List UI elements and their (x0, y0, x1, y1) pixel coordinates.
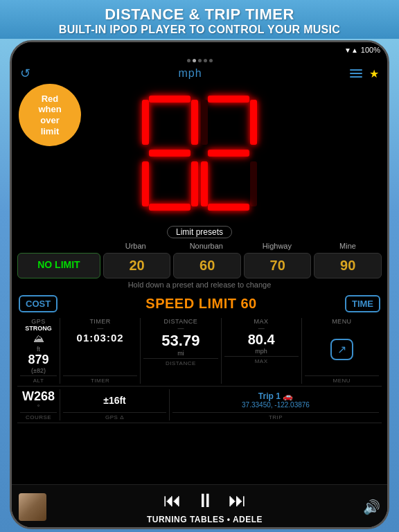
music-player: ⏮ ⏸ ⏭ TURNING TABLES • ADELE 🔊 (12, 484, 387, 527)
over-limit-badge: Redwhenoverlimit (19, 84, 81, 146)
trip-coords: 37.33450, -122.03876 (242, 401, 310, 409)
menu-column: MENU ↗ MENU (302, 318, 382, 384)
time-button[interactable]: TIME (345, 295, 380, 312)
course-label: COURSE (20, 412, 57, 420)
seg-a-1 (149, 96, 190, 103)
preset-urban[interactable]: 20 (103, 253, 171, 278)
distance-label: DISTANCE (163, 318, 197, 325)
mountain-icon: ⛰ (33, 332, 44, 345)
over-limit-text: Redwhenoverlimit (38, 94, 61, 136)
seg-c-1 (191, 161, 198, 206)
alt-margin: (±82) (31, 367, 46, 374)
gps-status: STRONG (25, 325, 52, 332)
cost-button[interactable]: COST (19, 295, 57, 312)
seg-b-2 (250, 100, 257, 145)
prev-button[interactable]: ⏮ (163, 490, 181, 511)
device-frame: ▼▲ 100% ↺ mph ★ (10, 40, 389, 529)
gps-column: GPS STRONG ⛰ ft 879 (±82) ALT (17, 318, 60, 384)
alt-label: ALT (20, 375, 57, 384)
hamburger-line-1 (350, 69, 362, 71)
trip-label: TRIP (172, 412, 379, 420)
gps-label: GPS (31, 318, 46, 325)
app-header: DISTANCE & TRIP TIMER BUILT-IN IPOD PLAY… (0, 0, 399, 39)
presets-header: Limit presets (17, 226, 382, 238)
status-bar: ▼▲ 100% (12, 42, 387, 57)
dot-3 (198, 59, 202, 62)
share-icon: ↗ (337, 343, 346, 356)
distance-column: DISTANCE — 53.79 mi DISTANCE (141, 318, 221, 384)
seg-d-2 (208, 204, 249, 211)
course-column: W268 ° COURSE (17, 389, 60, 420)
preset-header-highway: Highway (243, 242, 311, 250)
menu-label-bot: MENU (305, 375, 379, 384)
gps-delta-column: ±16ft GPS Δ (60, 389, 170, 420)
next-button[interactable]: ⏭ (229, 490, 247, 511)
distance-value: 53.79 (161, 332, 200, 350)
presets-col-headers: Urban Nonurban Highway Mine (17, 242, 382, 250)
unit-label: mph (178, 67, 202, 80)
preset-hint: Hold down a preset and release to change (17, 278, 382, 290)
course-value: W268 (22, 389, 55, 404)
seg-g-1 (149, 150, 190, 157)
refresh-button[interactable]: ↺ (20, 66, 30, 81)
battery-text: 100% (361, 46, 380, 54)
top-controls: ↺ mph ★ (12, 63, 387, 84)
gps-delta-label: GPS Δ (63, 412, 166, 420)
preset-header-urban: Urban (102, 242, 170, 250)
menu-button[interactable] (350, 69, 362, 78)
distance-unit: mi (177, 350, 184, 357)
dot-2 (193, 59, 196, 62)
menu-label: MENU (332, 318, 352, 325)
timer-dash: — (97, 325, 103, 332)
course-unit: ° (37, 404, 40, 411)
stats-row-1: GPS STRONG ⛰ ft 879 (±82) ALT TIMER — 01… (12, 315, 387, 386)
header-title1: DISTANCE & TRIP TIMER (7, 6, 392, 24)
player-controls: ⏮ ⏸ ⏭ TURNING TABLES • ADELE (55, 489, 355, 524)
max-column: MAX — 80.4 mph MAX (222, 318, 302, 384)
seg-f-2 (201, 100, 208, 145)
hamburger-line-3 (350, 76, 362, 78)
no-limit-preset[interactable]: NO LIMIT (17, 253, 100, 278)
max-label: MAX (254, 318, 269, 325)
seg-c-2 (250, 161, 257, 206)
seg-e-1 (142, 161, 149, 206)
presets-values: NO LIMIT 20 60 70 90 (17, 253, 382, 278)
seg-e-2 (201, 161, 208, 206)
max-value: 80.4 (248, 332, 275, 348)
limit-presets-section: Limit presets Urban Nonurban Highway Min… (12, 222, 387, 292)
timer-label-bot: TIMER (63, 375, 137, 384)
header-title2: BUILT-IN IPOD PLAYER TO CONTROL YOUR MUS… (7, 24, 392, 36)
preset-header-nonurban: Nonurban (172, 242, 240, 250)
favorite-button[interactable]: ★ (369, 67, 379, 80)
pause-button[interactable]: ⏸ (195, 489, 215, 512)
player-buttons: ⏮ ⏸ ⏭ (163, 489, 247, 512)
seg-a-2 (208, 96, 249, 103)
speed-limit-banner: COST SPEED LIMIT 60 TIME (12, 292, 387, 315)
speed-digit-2 (200, 94, 258, 212)
preset-mine[interactable]: 90 (314, 253, 382, 278)
speed-limit-text: SPEED LIMIT 60 (145, 296, 256, 312)
seg-g-2 (208, 150, 249, 157)
album-art (19, 493, 46, 521)
dot-4 (204, 59, 207, 62)
timer-value: 01:03:02 (77, 332, 124, 344)
timer-column: TIMER — 01:03:02 TIMER (60, 318, 141, 384)
screen: ▼▲ 100% ↺ mph ★ (12, 42, 387, 527)
status-icons: ▼▲ 100% (344, 46, 380, 54)
dot-5 (209, 59, 213, 62)
seg-b-1 (191, 100, 198, 145)
speed-digit-1 (141, 94, 200, 212)
altitude-value: 879 (28, 353, 48, 367)
trip-name[interactable]: Trip 1 🚗 (258, 391, 293, 401)
share-button[interactable]: ↗ (330, 339, 353, 360)
gps-delta-value: ±16ft (103, 395, 126, 406)
volume-button[interactable]: 🔊 (363, 499, 380, 515)
max-dash: — (258, 325, 265, 332)
preset-highway[interactable]: 70 (244, 253, 312, 278)
wifi-icon: ▼▲ (344, 46, 358, 54)
divider-2 (17, 423, 382, 423)
preset-nonurban[interactable]: 60 (173, 253, 241, 278)
seg-d-1 (149, 204, 190, 211)
distance-dash: — (177, 325, 184, 332)
hamburger-line-2 (350, 73, 362, 74)
